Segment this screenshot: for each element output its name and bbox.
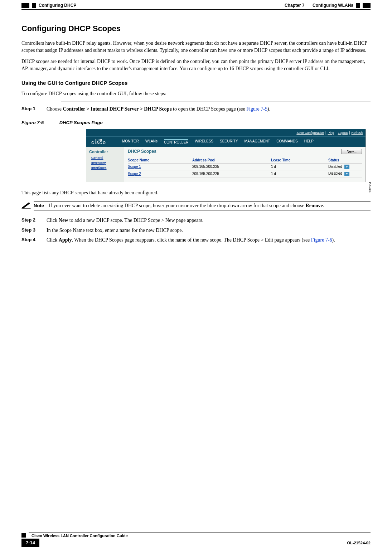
ss-ping-link[interactable]: Ping <box>328 131 334 135</box>
note-label: Note <box>34 203 44 208</box>
ss-col-scope-name: Scope Name <box>128 158 192 162</box>
step-1-bold: Controller > Internal DHCP Server > DHCP… <box>63 106 172 112</box>
ss-menu-commands[interactable]: COMMANDS <box>276 139 297 144</box>
ss-new-button[interactable]: New... <box>341 149 362 154</box>
ss-status: Disabled <box>328 171 342 175</box>
step-2-label: Step 2 <box>21 217 47 224</box>
ss-col-status: Status <box>328 158 353 162</box>
dropdown-arrow-icon[interactable]: ▾ <box>344 165 349 169</box>
step-4-text-pre: Click <box>47 237 59 243</box>
footer-decor <box>21 533 26 538</box>
figure-7-6-link[interactable]: Figure 7-6 <box>311 237 332 243</box>
header-decor-right <box>363 3 371 8</box>
after-figure-text: This page lists any DHCP scopes that hav… <box>21 189 371 196</box>
page-number: 7-14 <box>21 539 39 547</box>
doc-number: OL-21524-02 <box>347 541 371 545</box>
ss-col-lease-time: Lease Time <box>271 158 328 162</box>
intro-paragraph-2: DHCP scopes are needed for internal DHCP… <box>21 58 371 72</box>
ss-menu-wlans[interactable]: WLANs <box>145 139 158 144</box>
step-3-text: In the Scope Name text box, enter a name… <box>47 227 371 234</box>
step-3: Step 3 In the Scope Name text box, enter… <box>21 227 371 234</box>
ss-lease-time: 1 d <box>271 172 328 176</box>
step-4-bold: Apply <box>59 237 72 243</box>
header-decor-left <box>21 3 29 8</box>
dropdown-arrow-icon[interactable]: ▾ <box>344 172 349 176</box>
ss-logout-link[interactable]: Logout <box>338 131 348 135</box>
intro-paragraph-3: To configure DHCP scopes using the contr… <box>21 90 371 97</box>
ss-table-row: Scope 1 209.165.200.225 1 d Disabled▾ <box>128 164 362 171</box>
step-1: Step 1 Choose Controller > Internal DHCP… <box>21 106 371 113</box>
ss-menu-monitor[interactable]: MONITOR <box>122 139 139 144</box>
figure-7-5-link[interactable]: Figure 7-5 <box>246 106 267 112</box>
note-text-end: . <box>323 203 324 208</box>
chapter-number: Chapter 7 <box>285 3 304 8</box>
ss-menu-wireless[interactable]: WIRELESS <box>195 139 213 144</box>
step-2-text-pre: Click <box>47 218 59 223</box>
ss-menu-help[interactable]: HELP <box>304 139 314 144</box>
chapter-title: Configuring WLANs <box>313 3 353 8</box>
ss-scope-link[interactable]: Scope 1 <box>128 165 192 169</box>
note-icon <box>21 201 34 212</box>
cisco-logo: ılıılı CISCO <box>86 138 111 145</box>
step-2-text-post: to add a new DHCP scope. The DHCP Scope … <box>68 218 203 223</box>
ss-sidebar-title: Controller <box>89 150 121 154</box>
ss-address-pool: 209.165.200.225 <box>192 172 271 176</box>
step-1-text-pre: Choose <box>47 106 63 112</box>
breadcrumb-section: Configuring DHCP <box>39 3 76 8</box>
step-4-text-end: ). <box>332 237 335 243</box>
ss-col-address-pool: Address Pool <box>192 158 271 162</box>
ss-menu-management[interactable]: MANAGEMENT <box>245 139 270 144</box>
ss-table-header: Scope Name Address Pool Lease Time Statu… <box>128 157 362 164</box>
ss-sidebar-interfaces[interactable]: Interfaces <box>91 166 121 170</box>
step-1-text-end: ). <box>267 106 270 112</box>
ss-address-pool: 209.165.200.225 <box>192 165 271 169</box>
step-4-label: Step 4 <box>21 237 47 244</box>
footer-guide-title: Cisco Wireless LAN Controller Configurat… <box>32 534 128 538</box>
note-text-pre: If you ever want to delete an existing D… <box>49 203 305 208</box>
ss-lease-time: 1 d <box>271 165 328 169</box>
figure-image-id: 232364 <box>368 182 372 193</box>
ss-sidebar-general[interactable]: General <box>91 156 121 160</box>
figure-number: Figure 7-5 <box>21 120 44 125</box>
step-2-bold: New <box>59 218 68 223</box>
svg-rect-0 <box>21 209 30 209</box>
ss-sidebar-inventory[interactable]: Inventory <box>91 161 121 165</box>
header-decor-right-sm <box>356 3 360 8</box>
ss-menu-security[interactable]: SECURITY <box>220 139 238 144</box>
step-4: Step 4 Click Apply. When the DHCP Scopes… <box>21 237 371 244</box>
ss-refresh-link[interactable]: Refresh <box>351 131 363 135</box>
ss-scope-link[interactable]: Scope 2 <box>128 172 192 176</box>
header-decor-left-sm <box>32 3 36 8</box>
step-1-label: Step 1 <box>21 106 47 113</box>
ss-table-row: Scope 2 209.165.200.225 1 d Disabled▾ <box>128 170 362 178</box>
step-4-text-mid: . When the DHCP Scopes page reappears, c… <box>72 237 311 243</box>
figure-title: DHCP Scopes Page <box>59 120 103 125</box>
intro-paragraph-1: Controllers have built-in DHCP relay age… <box>21 40 371 54</box>
step-2: Step 2 Click New to add a new DHCP scope… <box>21 217 371 224</box>
ss-page-title: DHCP Scopes <box>128 149 156 154</box>
subsection-heading: Using the GUI to Configure DHCP Scopes <box>21 80 371 86</box>
step-3-label: Step 3 <box>21 227 47 234</box>
ss-save-config-link[interactable]: Save Configuration <box>296 131 324 135</box>
ss-top-links: Save Configuration | Ping | Logout | Ref… <box>86 129 366 136</box>
note-bold: Remove <box>306 203 323 208</box>
ss-status: Disabled <box>328 165 342 169</box>
section-heading: Configuring DHCP Scopes <box>21 24 371 33</box>
ss-menu-controller[interactable]: CONTROLLER <box>164 139 188 144</box>
step-1-text-mid: to open the DHCP Scopes page (see <box>172 106 247 112</box>
dhcp-scopes-screenshot: Save Configuration | Ping | Logout | Ref… <box>86 129 366 182</box>
